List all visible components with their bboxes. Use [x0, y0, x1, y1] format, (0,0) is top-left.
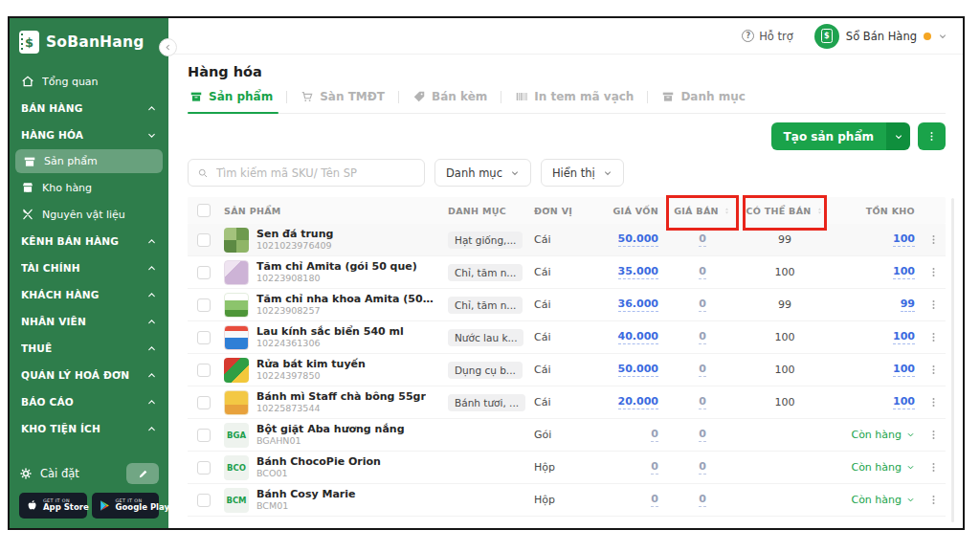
edit-button[interactable] — [126, 463, 159, 484]
cost-value-link[interactable]: 50.000 — [618, 363, 658, 377]
row-checkbox[interactable] — [197, 396, 211, 409]
cost-value-link[interactable]: 50.000 — [618, 232, 658, 247]
create-product-button[interactable]: Tạo sản phẩm — [771, 122, 910, 150]
cost-value-link[interactable]: 36.000 — [618, 298, 658, 312]
category-chip: Chỉ, tăm n... — [448, 264, 523, 281]
row-checkbox[interactable] — [197, 364, 211, 377]
tab-danh-muc[interactable]: Danh mục — [650, 88, 756, 113]
price-value-link[interactable]: 0 — [699, 232, 706, 247]
row-checkbox[interactable] — [197, 331, 211, 344]
sidebar-section-nhan-vien[interactable]: NHÂN VIÊN — [10, 308, 168, 335]
cost-value-link[interactable]: 40.000 — [618, 330, 658, 344]
header-cost[interactable]: GIÁ VỐN — [582, 197, 664, 224]
stock-value-link[interactable]: 100 — [893, 330, 915, 344]
product-initials-avatar: BCO — [224, 455, 249, 480]
row-actions-button[interactable] — [926, 461, 940, 474]
price-value-link[interactable]: 0 — [699, 395, 706, 409]
sidebar-item-nguyen-vat-lieu[interactable]: Nguyên vật liệu — [10, 201, 168, 228]
account-menu[interactable]: $ Sổ Bán Hàng — [814, 24, 947, 49]
row-actions-button[interactable] — [926, 396, 940, 408]
kebab-icon — [927, 331, 940, 343]
sidebar-section-bao-cao[interactable]: BÁO CÁO — [10, 388, 168, 415]
sidebar-item-tong-quan[interactable]: Tổng quan — [10, 68, 168, 95]
stock-status-dropdown[interactable]: Còn hàng — [851, 494, 915, 506]
row-checkbox[interactable] — [197, 266, 211, 279]
category-chip: Bánh tươi, ... — [448, 394, 525, 411]
tab-san-tmdt[interactable]: Sàn TMĐT — [289, 88, 396, 113]
price-value-link[interactable]: 0 — [699, 460, 706, 475]
display-filter-dropdown[interactable]: Hiển thị — [541, 159, 624, 187]
header-sellable[interactable]: CÓ THỂ BÁN — [741, 197, 829, 224]
row-actions-button[interactable] — [926, 364, 940, 376]
price-value-link[interactable]: 0 — [699, 493, 706, 507]
header-unit[interactable]: ĐƠN VỊ — [528, 197, 582, 224]
create-product-dropdown[interactable] — [886, 122, 910, 150]
more-actions-button[interactable] — [918, 122, 946, 150]
collapse-sidebar-button[interactable] — [159, 38, 177, 56]
header-price[interactable]: GIÁ BÁN — [664, 197, 741, 224]
price-value-link[interactable]: 0 — [699, 363, 706, 377]
sidebar-item-san-pham[interactable]: Sản phẩm — [15, 149, 163, 173]
chevron-up-icon — [146, 343, 157, 354]
search-input[interactable] — [214, 166, 415, 181]
scrollbar[interactable] — [951, 198, 954, 522]
row-actions-button[interactable] — [926, 266, 940, 278]
cost-value-link[interactable]: 0 — [651, 428, 658, 442]
sidebar-section-quan-ly-hoa-don[interactable]: QUẢN LÝ HOÁ ĐƠN — [10, 362, 168, 388]
category-filter-dropdown[interactable]: Danh mục — [434, 159, 531, 187]
header-product[interactable]: SẢN PHẨM — [218, 197, 442, 224]
sidebar-section-ban-hang[interactable]: BÁN HÀNG — [10, 95, 168, 121]
product-sku: 10225873544 — [256, 403, 426, 414]
app-store-badge[interactable]: GET IT ON App Store — [19, 493, 87, 519]
price-value-link[interactable]: 0 — [699, 330, 706, 344]
price-value-link[interactable]: 0 — [699, 265, 706, 279]
kebab-icon — [925, 130, 938, 143]
help-link[interactable]: ? Hỗ trợ — [742, 30, 793, 43]
unit-value: Cái — [534, 233, 550, 246]
row-actions-button[interactable] — [926, 429, 940, 441]
stock-value-link[interactable]: 100 — [893, 363, 915, 377]
sidebar-section-tai-chinh[interactable]: TÀI CHÍNH — [10, 254, 168, 281]
cost-value-link[interactable]: 35.000 — [618, 265, 658, 279]
row-checkbox[interactable] — [197, 461, 211, 475]
cost-value-link[interactable]: 0 — [651, 460, 658, 475]
sidebar-section-kenh-ban-hang[interactable]: KÊNH BÁN HÀNG — [10, 228, 168, 254]
row-checkbox[interactable] — [197, 494, 211, 507]
table-row: BCOBánh ChocoPie OrionBCO01 Hộp 0 0 Còn … — [188, 452, 946, 484]
sidebar-section-thue[interactable]: THUẾ — [10, 335, 168, 362]
stock-value-link[interactable]: 99 — [901, 298, 915, 312]
store-badges: GET IT ON App Store GET IT ON Google Pla… — [19, 493, 159, 519]
store-icon — [21, 181, 34, 194]
sidebar-section-hang-hoa[interactable]: HÀNG HÓA — [10, 121, 168, 148]
tab-in-tem-ma-vach[interactable]: In tem mã vạch — [503, 88, 645, 113]
sidebar-item-kho-hang[interactable]: Kho hàng — [10, 174, 168, 201]
stock-value-link[interactable]: 100 — [893, 232, 915, 247]
row-actions-button[interactable] — [926, 331, 940, 343]
tab-ban-kem[interactable]: Bán kèm — [401, 88, 499, 113]
row-checkbox[interactable] — [197, 233, 211, 247]
stock-status-dropdown[interactable]: Còn hàng — [851, 461, 915, 474]
row-actions-button[interactable] — [926, 298, 940, 311]
select-all-checkbox[interactable] — [197, 204, 211, 217]
product-sku: BGAHN01 — [256, 435, 405, 447]
cost-value-link[interactable]: 0 — [651, 493, 658, 507]
sidebar-section-kho-tien-ich[interactable]: KHO TIỆN ÍCH — [10, 415, 168, 442]
price-value-link[interactable]: 0 — [699, 428, 706, 442]
sidebar-item-settings[interactable]: Cài đặt — [19, 463, 159, 484]
google-play-badge[interactable]: GET IT ON Google Play — [92, 493, 160, 519]
sidebar-section-khach-hang[interactable]: KHÁCH HÀNG — [10, 281, 168, 308]
kebab-icon — [927, 461, 940, 474]
stock-value-link[interactable]: 100 — [893, 395, 915, 409]
header-category[interactable]: DANH MỤC — [442, 197, 528, 224]
price-value-link[interactable]: 0 — [699, 298, 706, 312]
main-area: ? Hỗ trợ $ Sổ Bán Hàng Hàng hóa Sản phẩm… — [168, 18, 963, 528]
cost-value-link[interactable]: 20.000 — [618, 395, 658, 409]
header-stock[interactable]: TỒN KHO — [829, 197, 921, 224]
row-checkbox[interactable] — [197, 429, 211, 442]
stock-value-link[interactable]: 100 — [893, 265, 915, 279]
stock-status-dropdown[interactable]: Còn hàng — [851, 429, 915, 441]
tab-san-pham[interactable]: Sản phẩm — [188, 88, 284, 113]
row-actions-button[interactable] — [926, 233, 940, 246]
row-actions-button[interactable] — [926, 494, 940, 506]
row-checkbox[interactable] — [197, 298, 211, 312]
